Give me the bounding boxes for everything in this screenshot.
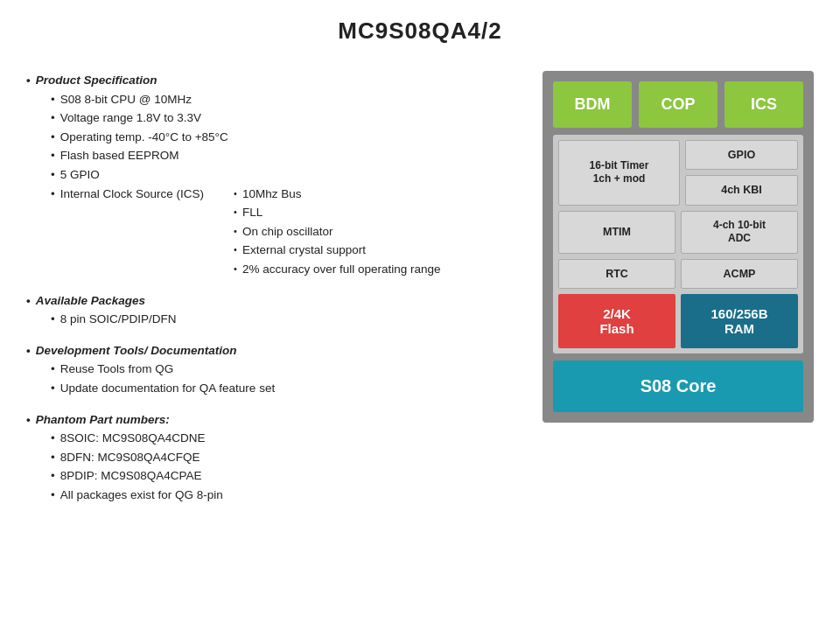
list-item: Internal Clock Source (ICS) 10Mhz Bus FL…	[51, 185, 516, 279]
left-content: Product Specification S08 8-bit CPU @ 10…	[26, 71, 516, 516]
packages-list: 8 pin SOIC/PDIP/DFN	[51, 310, 516, 329]
list-item: S08 8-bit CPU @ 10MHz	[51, 90, 516, 109]
mtim-block: MTIM	[558, 211, 676, 254]
chip-diagram: BDM COP ICS 16-bit Timer1ch + mod GPIO 4…	[542, 71, 814, 423]
section-product-spec: Product Specification S08 8-bit CPU @ 10…	[26, 71, 516, 279]
ics-block: ICS	[724, 81, 803, 128]
rtc-block: RTC	[558, 259, 676, 289]
list-item: 8PDIP: MC9S08QA4CPAE	[51, 466, 516, 486]
list-item: 8SOIC: MC9S08QA4CDNE	[51, 429, 516, 448]
gpio-kbi-col: GPIO 4ch KBI	[685, 140, 798, 206]
main-layout: Product Specification S08 8-bit CPU @ 10…	[26, 71, 814, 516]
list-item: Reuse Tools from QG	[51, 360, 516, 379]
page-title: MC9S08QA4/2	[26, 18, 814, 45]
section-title-available-packages: Available Packages	[26, 291, 516, 311]
acmp-block: ACMP	[681, 259, 798, 289]
mid-row-2: MTIM 4-ch 10-bitADC	[558, 211, 798, 254]
list-item: Operating temp. -40°C to +85°C	[51, 128, 516, 147]
list-item: Voltage range 1.8V to 3.3V	[51, 108, 516, 128]
list-item: All packages exist for QG 8-pin	[51, 486, 516, 505]
flash-ram-row: 2/4KFlash 160/256BRAM	[558, 294, 798, 348]
bdm-block: BDM	[553, 81, 632, 128]
timer-block: 16-bit Timer1ch + mod	[558, 140, 680, 206]
dev-tools-list: Reuse Tools from QG Update documentation…	[51, 360, 516, 397]
section-phantom-parts: Phantom Part numbers: 8SOIC: MC9S08QA4CD…	[26, 410, 516, 505]
list-item: FLL	[234, 203, 441, 222]
list-item: 5 GPIO	[51, 165, 516, 185]
product-spec-list: S08 8-bit CPU @ 10MHz Voltage range 1.8V…	[51, 90, 516, 279]
list-item: Update documentation for QA feature set	[51, 379, 516, 398]
middle-section: 16-bit Timer1ch + mod GPIO 4ch KBI MTIM …	[553, 135, 803, 354]
ics-sub-list: 10Mhz Bus FLL On chip oscillator Externa…	[234, 185, 441, 279]
kbi-block: 4ch KBI	[685, 175, 798, 205]
section-dev-tools: Development Tools/ Documentation Reuse T…	[26, 341, 516, 398]
phantom-parts-list: 8SOIC: MC9S08QA4CDNE 8DFN: MC9S08QA4CFQE…	[51, 429, 516, 504]
chip-container: BDM COP ICS 16-bit Timer1ch + mod GPIO 4…	[542, 71, 814, 423]
mid-row-3: RTC ACMP	[558, 259, 798, 289]
top-blocks-row: BDM COP ICS	[553, 81, 803, 128]
section-title-dev-tools: Development Tools/ Documentation	[26, 341, 516, 360]
list-item: Flash based EEPROM	[51, 146, 516, 165]
adc-block: 4-ch 10-bitADC	[681, 211, 798, 254]
mid-row-1: 16-bit Timer1ch + mod GPIO 4ch KBI	[558, 140, 798, 206]
cop-block: COP	[639, 81, 718, 128]
list-item: 8 pin SOIC/PDIP/DFN	[51, 310, 516, 329]
ram-block: 160/256BRAM	[681, 294, 798, 348]
list-item: 8DFN: MC9S08QA4CFQE	[51, 448, 516, 467]
flash-block: 2/4KFlash	[558, 294, 676, 348]
section-title-phantom-parts: Phantom Part numbers:	[26, 410, 516, 430]
list-item: On chip oscillator	[234, 222, 441, 242]
list-item: 10Mhz Bus	[234, 185, 441, 204]
section-available-packages: Available Packages 8 pin SOIC/PDIP/DFN	[26, 291, 516, 329]
section-title-product-spec: Product Specification	[26, 71, 516, 90]
list-item: External crystal support	[234, 241, 441, 260]
list-item: 2% accuracy over full operating range	[234, 260, 441, 279]
gpio-block: GPIO	[685, 140, 798, 170]
core-block: S08 Core	[553, 360, 803, 412]
